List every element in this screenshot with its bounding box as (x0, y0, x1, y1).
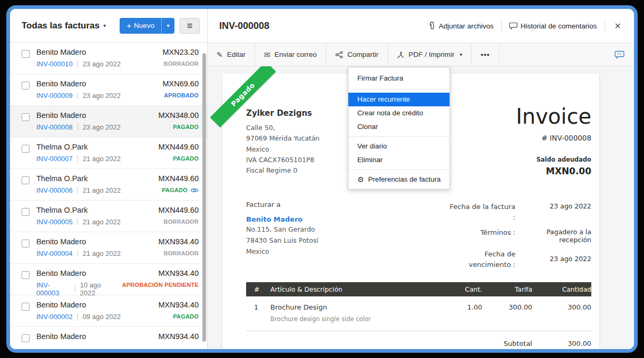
list-filter-dropdown[interactable]: Todas las facturas ▾ (22, 21, 106, 31)
invoice-row[interactable]: Benito Madero INV-000009 23 ago 2022 MXN… (10, 74, 207, 106)
meta-label: Fecha de vencimiento : (447, 249, 515, 270)
line-item-description: Brochure design single side color (270, 315, 436, 323)
envelope-icon: ✉ (264, 51, 270, 58)
status-badge: PAGADO (173, 313, 199, 320)
new-invoice-caret-button[interactable]: ▾ (161, 18, 174, 34)
col-header-item: Artículo & Descripción (270, 286, 436, 293)
attach-files-button[interactable]: Adjuntar archivos (428, 22, 493, 30)
invoice-date: 21 ago 2022 (83, 218, 121, 226)
list-header: Todas las facturas ▾ + Nuevo ▾ ≡ (10, 9, 207, 43)
comments-icon[interactable] (614, 51, 625, 59)
invoice-row[interactable]: Benito Madero INV-000003 10 ago 2022 MXN… (10, 264, 207, 295)
invoice-number-link[interactable]: INV-000006 (36, 186, 73, 194)
invoice-row[interactable]: Thelma O.Park INV-000005 21 ago 2022 MXN… (10, 201, 207, 232)
comment-history-button[interactable]: Historial de comentarios (509, 22, 597, 30)
divider (604, 20, 605, 32)
menu-item-clonar[interactable]: Clonar (348, 120, 450, 134)
more-actions-button[interactable]: ••• (472, 43, 499, 66)
row-right: MXN348.00 PAGADO (158, 111, 199, 137)
close-button[interactable]: ✕ (612, 20, 623, 32)
invoice-number-link[interactable]: INV-000008 (36, 123, 73, 131)
new-invoice-main[interactable]: + Nuevo (120, 18, 161, 34)
menu-item-label: Preferencias de factura (368, 173, 441, 186)
new-invoice-button[interactable]: + Nuevo ▾ (120, 18, 174, 34)
row-separator (77, 187, 78, 194)
row-checkbox[interactable] (22, 271, 30, 279)
row-separator (77, 61, 78, 67)
invoice-date: 23 ago 2022 (83, 123, 121, 131)
invoice-date: 10 ago 2022 (80, 281, 115, 297)
meta-row: Fecha de vencimiento : 23 ago 2022 (447, 249, 591, 270)
invoice-number-link[interactable]: INV-000009 (36, 92, 73, 100)
row-right: MXN934.40 BORRADOR (158, 237, 199, 263)
pdf-print-button[interactable]: PDF / Imprimir ▾ (388, 43, 472, 66)
status-badge: BORRADOR (164, 218, 199, 225)
menu-item-eliminar[interactable]: Eliminar (348, 153, 450, 167)
row-checkbox[interactable] (22, 82, 30, 90)
invoice-number-link[interactable]: INV-000003 (36, 281, 70, 297)
invoice-row[interactable]: Thelma O.Park INV-000006 21 ago 2022 MXN… (10, 169, 207, 201)
invoice-row[interactable]: Benito Madero INV-000002 09 ago 2022 MXN… (10, 295, 207, 327)
row-checkbox[interactable] (22, 208, 30, 216)
list-header-actions: + Nuevo ▾ ≡ (120, 18, 200, 34)
paperclip-icon (428, 22, 435, 30)
company-name: Zylker Dezigns (246, 108, 320, 118)
status-line: PAGADO (158, 187, 199, 193)
invoice-row[interactable]: Thelma O.Park INV-000007 21 ago 2022 MXN… (10, 137, 207, 169)
bill-to-customer-link[interactable]: Benito Madero (246, 215, 303, 223)
row-checkbox[interactable] (22, 334, 30, 342)
menu-item-hacer-recurrente[interactable]: Hacer recurrente (348, 93, 450, 106)
row-checkbox[interactable] (22, 240, 30, 247)
row-checkbox[interactable] (22, 50, 30, 58)
customer-name: Thelma O.Park (36, 143, 151, 151)
menu-item-preferencias-de-factura[interactable]: ⚙ Preferencias de factura (348, 173, 450, 186)
invoice-row[interactable]: Benito Madero INV-000004 21 ago 2022 MXN… (10, 232, 207, 264)
row-checkbox[interactable] (22, 303, 30, 311)
detail-header: INV-000008 Adjuntar archivos Historial d… (208, 9, 634, 43)
table-header-row: # Artículo & Descripción Cant. Tarifa Ca… (246, 282, 591, 296)
row-right: MXN69.60 APROBADO (162, 79, 199, 105)
share-button[interactable]: Compartir (326, 43, 388, 66)
status-line: APROBACIÓN PENDIENTE (122, 282, 199, 288)
invoice-amount: MXN934.40 (158, 332, 199, 341)
share-label: Compartir (347, 51, 378, 58)
invoice-row[interactable]: Benito Madero INV-000010 23 ago 2022 MXN… (10, 43, 207, 74)
row-checkbox[interactable] (22, 145, 30, 153)
invoice-date: 21 ago 2022 (83, 155, 121, 163)
invoice-number-link[interactable]: INV-000005 (36, 218, 73, 226)
document-type-title: Invoice (516, 104, 591, 128)
line-amount: 300.00 (532, 303, 591, 323)
company-block: Zylker Dezigns Calle 50, 97069 Mérida Yu… (246, 108, 320, 176)
invoice-number-link[interactable]: INV-000007 (36, 155, 73, 163)
invoice-row[interactable]: Benito Madero INV-000008 23 ago 2022 MXN… (10, 106, 207, 137)
invoice-number-link[interactable]: INV-000010 (36, 60, 73, 68)
send-email-button[interactable]: ✉ Enviar correo (255, 43, 326, 66)
meta-value: 23 ago 2022 (515, 202, 591, 222)
more-actions-menu: Firmar Factura Hacer recurrente Crear no… (348, 67, 450, 190)
invoice-number-link[interactable]: INV-000004 (36, 250, 73, 257)
invoice-row[interactable]: Benito Madero MXN934.40 (10, 327, 207, 353)
menu-item-ver-diario[interactable]: Ver diario (348, 140, 450, 153)
menu-item-crear-nota-de-credito[interactable]: Crear nota de crédito (348, 106, 450, 120)
list-options-button[interactable]: ≡ (180, 18, 200, 34)
menu-item-firmar-factura[interactable]: Firmar Factura (348, 72, 450, 85)
row-subline: INV-000004 21 ago 2022 (36, 250, 151, 257)
row-main: Thelma O.Park INV-000005 21 ago 2022 (36, 206, 151, 232)
invoice-number-link[interactable]: INV-000002 (36, 313, 73, 321)
row-main: Benito Madero INV-000008 23 ago 2022 (36, 111, 151, 137)
status-badge: BORRADOR (164, 250, 199, 256)
row-right: MXN934.40 APROBACIÓN PENDIENTE (122, 269, 199, 295)
invoice-date: 21 ago 2022 (83, 186, 121, 194)
line-index: 1 (246, 303, 270, 323)
status-badge: BORRADOR (164, 61, 199, 67)
comment-history-label: Historial de comentarios (521, 22, 597, 30)
pencil-icon: ✎ (217, 51, 223, 58)
invoice-meta-block: Fecha de la factura : 23 ago 2022 Términ… (447, 202, 591, 275)
edit-label: Editar (227, 51, 246, 58)
customer-name: Benito Madero (36, 301, 151, 309)
pdf-print-label: PDF / Imprimir (408, 51, 454, 58)
row-checkbox[interactable] (22, 113, 30, 121)
list-scrollbar[interactable] (202, 53, 206, 342)
row-checkbox[interactable] (22, 176, 30, 184)
edit-button[interactable]: ✎ Editar (208, 43, 255, 66)
